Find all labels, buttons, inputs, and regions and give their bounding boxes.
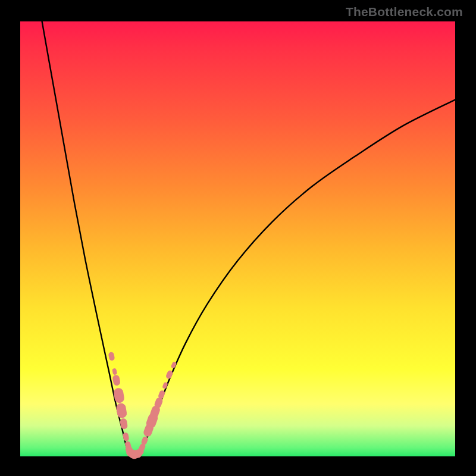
curve-marker — [112, 374, 121, 386]
marker-group — [108, 352, 177, 461]
curve-marker — [115, 402, 127, 419]
curve-marker — [108, 352, 115, 361]
curve-marker — [112, 368, 117, 375]
outer-frame: TheBottleneck.com — [0, 0, 476, 476]
bottleneck-curve — [42, 21, 455, 456]
curve-marker — [120, 418, 128, 430]
chart-overlay — [0, 0, 476, 476]
